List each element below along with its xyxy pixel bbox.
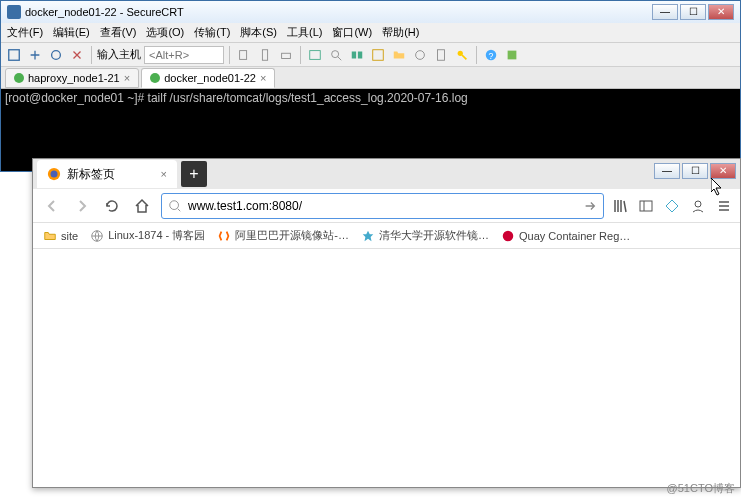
tab-docker[interactable]: docker_node01-22 ×: [141, 68, 275, 88]
ff-maximize-button[interactable]: ☐: [682, 163, 708, 179]
toolbar-sessions-icon[interactable]: [348, 46, 366, 64]
svg-rect-19: [640, 201, 652, 211]
url-bar[interactable]: [161, 193, 604, 219]
bookmark-aliyun[interactable]: 阿里巴巴开源镜像站-…: [217, 228, 349, 243]
firefox-window: 新标签页 × + — ☐ ✕ site: [32, 158, 741, 488]
toolbar-quick-connect-icon[interactable]: [26, 46, 44, 64]
svg-rect-7: [352, 51, 356, 58]
svg-point-18: [170, 200, 179, 209]
svg-rect-3: [262, 49, 267, 60]
toolbar-print-icon[interactable]: [277, 46, 295, 64]
toolbar-paste-icon[interactable]: [256, 46, 274, 64]
firefox-tab-label: 新标签页: [67, 166, 115, 183]
menu-script[interactable]: 脚本(S): [240, 25, 277, 40]
close-icon[interactable]: ×: [260, 72, 266, 84]
terminal-line: [root@docker_node01 ~]# tailf /usr/share…: [5, 91, 468, 105]
firefox-tab[interactable]: 新标签页 ×: [37, 160, 177, 188]
svg-rect-5: [310, 50, 321, 59]
tab-haproxy[interactable]: haproxy_node1-21 ×: [5, 68, 139, 88]
svg-point-20: [695, 201, 701, 207]
sidebar-icon[interactable]: [638, 198, 654, 214]
svg-text:?: ?: [489, 50, 494, 60]
new-tab-button[interactable]: +: [181, 161, 207, 187]
bookmark-site[interactable]: site: [43, 229, 78, 243]
host-label: 输入主机: [97, 47, 141, 62]
toolbar-options-icon[interactable]: [411, 46, 429, 64]
toolbar-help-icon[interactable]: ?: [482, 46, 500, 64]
svg-rect-11: [438, 49, 445, 60]
toolbar-copy-icon[interactable]: [235, 46, 253, 64]
toolbar-disconnect-icon[interactable]: [68, 46, 86, 64]
securecrt-window: docker_node01-22 - SecureCRT — ☐ ✕ 文件(F)…: [0, 0, 741, 172]
tab-label: haproxy_node1-21: [28, 72, 120, 84]
back-button[interactable]: [41, 195, 63, 217]
menu-view[interactable]: 查看(V): [100, 25, 137, 40]
bookmark-tsinghua[interactable]: 清华大学开源软件镜…: [361, 228, 489, 243]
firefox-icon: [47, 167, 61, 181]
maximize-button[interactable]: ☐: [680, 4, 706, 20]
bookmark-linux[interactable]: Linux-1874 - 博客园: [90, 228, 205, 243]
firefox-tabbar: 新标签页 × + — ☐ ✕: [33, 159, 740, 189]
reload-button[interactable]: [101, 195, 123, 217]
watermark: @51CTO博客: [667, 481, 735, 496]
svg-point-10: [416, 50, 425, 59]
securecrt-menubar: 文件(F) 编辑(E) 查看(V) 选项(O) 传输(T) 脚本(S) 工具(L…: [1, 23, 740, 43]
toolbar-find-icon[interactable]: [327, 46, 345, 64]
toolbar-properties-icon[interactable]: [306, 46, 324, 64]
menu-transfer[interactable]: 传输(T): [194, 25, 230, 40]
cursor-icon: [711, 178, 723, 196]
forward-button[interactable]: [71, 195, 93, 217]
menu-tools[interactable]: 工具(L): [287, 25, 322, 40]
menu-options[interactable]: 选项(O): [146, 25, 184, 40]
svg-rect-0: [9, 49, 20, 60]
toolbar-key-icon[interactable]: [453, 46, 471, 64]
menu-edit[interactable]: 编辑(E): [53, 25, 90, 40]
close-icon[interactable]: ×: [161, 168, 167, 180]
library-icon[interactable]: [612, 198, 628, 214]
home-button[interactable]: [131, 195, 153, 217]
securecrt-titlebar: docker_node01-22 - SecureCRT — ☐ ✕: [1, 1, 740, 23]
menu-help[interactable]: 帮助(H): [382, 25, 419, 40]
securecrt-app-icon: [7, 5, 21, 19]
ff-close-button[interactable]: ✕: [710, 163, 736, 179]
toolbar-newsession-icon[interactable]: [369, 46, 387, 64]
menu-window[interactable]: 窗口(W): [332, 25, 372, 40]
menu-file[interactable]: 文件(F): [7, 25, 43, 40]
tab-label: docker_node01-22: [164, 72, 256, 84]
fxa-icon[interactable]: [690, 198, 706, 214]
ff-minimize-button[interactable]: —: [654, 163, 680, 179]
go-arrow-icon[interactable]: [583, 199, 597, 213]
svg-point-22: [503, 230, 514, 241]
toolbar-log-icon[interactable]: [432, 46, 450, 64]
svg-rect-8: [358, 51, 362, 58]
search-icon: [168, 199, 182, 213]
status-dot-icon: [14, 73, 24, 83]
close-icon[interactable]: ×: [124, 72, 130, 84]
svg-rect-9: [373, 49, 384, 60]
quay-icon: [501, 229, 515, 243]
toolbar-connect-icon[interactable]: [5, 46, 23, 64]
securecrt-toolbar: 输入主机 ?: [1, 43, 740, 67]
menu-icon[interactable]: [716, 198, 732, 214]
toolbar-about-icon[interactable]: [503, 46, 521, 64]
firefox-content: [33, 249, 740, 487]
bookmarks-bar: site Linux-1874 - 博客园 阿里巴巴开源镜像站-… 清华大学开源…: [33, 223, 740, 249]
extension-icon[interactable]: [664, 198, 680, 214]
firefox-toolbar: [33, 189, 740, 223]
minimize-button[interactable]: —: [652, 4, 678, 20]
svg-point-1: [52, 50, 61, 59]
bookmark-quay[interactable]: Quay Container Reg…: [501, 229, 630, 243]
bracket-icon: [217, 229, 231, 243]
toolbar-folder-icon[interactable]: [390, 46, 408, 64]
securecrt-title: docker_node01-22 - SecureCRT: [25, 6, 184, 18]
svg-point-17: [51, 171, 58, 178]
globe-icon: [90, 229, 104, 243]
host-input[interactable]: [144, 46, 224, 64]
securecrt-tabs: haproxy_node1-21 × docker_node01-22 ×: [1, 67, 740, 89]
svg-point-6: [332, 50, 339, 57]
toolbar-reconnect-icon[interactable]: [47, 46, 65, 64]
close-button[interactable]: ✕: [708, 4, 734, 20]
url-input[interactable]: [188, 199, 577, 213]
star-icon: [361, 229, 375, 243]
svg-rect-4: [282, 53, 291, 58]
